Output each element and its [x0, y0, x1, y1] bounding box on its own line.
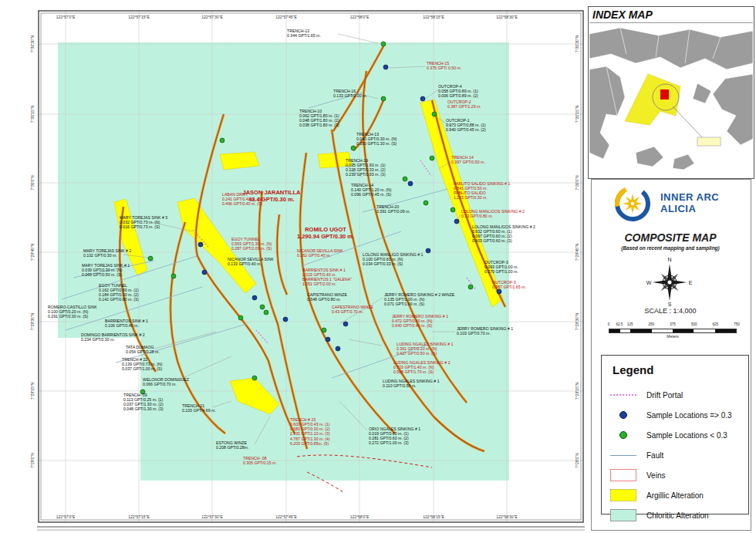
axis-label: 122°58'30"E [496, 514, 518, 519]
sample-dot-blue [383, 65, 388, 69]
legend-panel: Legend Drift PortalSample Locations => 0… [601, 355, 749, 514]
sample-dot-green [381, 96, 386, 101]
axis-label: 7°29'0"N [575, 453, 579, 468]
index-map-title: INDEX MAP [592, 8, 653, 21]
axis-label: 7°30'30"N [30, 35, 35, 52]
scale-segment [715, 329, 736, 332]
legend-item: Sample Locations < 0.3 [609, 425, 744, 445]
sample-dot-green [264, 310, 268, 315]
axis-label: 7°29'30"N [575, 312, 579, 330]
axis-label: 7°29'45"N [30, 243, 35, 261]
sample-dot-green [451, 207, 455, 212]
axis-label: 7°29'15"N [575, 382, 579, 400]
axis-labels-right: 7°30'30"N7°30'15"N7°30'0"N7°29'45"N7°29'… [575, 35, 579, 467]
sample-dot-blue [408, 181, 413, 186]
chloritic-alteration-area [58, 42, 509, 481]
scale-tick: 625 [713, 322, 719, 326]
map-label: ESTONG WINZE0.208 GPT/0.28m. [216, 440, 248, 450]
scale-tick: 500 [691, 322, 697, 326]
axis-label: 122°58'30"E [496, 15, 518, 19]
compass-w: W [646, 280, 652, 285]
compass-rose-icon: N E S W [645, 255, 694, 307]
legend-item: Veins [609, 465, 744, 485]
compass-e: E [689, 280, 693, 285]
axis-label: 122°58'0"E [350, 514, 370, 519]
scale-segment [609, 329, 620, 332]
map-sheet: TRENCH-120.344 GPT/1.65 m.TRENCH-150.375… [0, 0, 756, 533]
axis-label: 122°57'0"E [56, 514, 76, 519]
sample-dot-blue [252, 295, 257, 300]
sample-dot-blue [454, 219, 459, 224]
axis-label: 7°30'30"N [575, 35, 579, 52]
sheet-shadow [37, 527, 585, 530]
index-site-marker [660, 89, 669, 100]
company-name-line1: INNER ARC [660, 191, 719, 203]
veins-swatch [610, 469, 636, 481]
sample-dot-green [403, 177, 407, 181]
axis-labels-left: 7°30'30"N7°30'15"N7°30'0"N7°29'45"N7°29'… [30, 35, 35, 467]
scale-segment [630, 329, 651, 332]
axis-label: 7°30'0"N [575, 175, 579, 191]
sample-dot-green [252, 376, 257, 380]
axis-label: 122°57'30"E [201, 514, 223, 519]
green-dot-swatch [619, 431, 627, 439]
axis-label: 122°57'45"E [275, 15, 297, 19]
scale-segment [694, 329, 714, 332]
sample-dot-green [432, 112, 437, 116]
legend-item-label: Sample Locations < 0.3 [646, 431, 727, 440]
sample-dot-blue [336, 346, 340, 351]
scale-bar: Meters 062.5125250375500625750 [605, 322, 741, 342]
sample-dot-blue [426, 248, 430, 253]
axis-label: 122°57'45"E [275, 514, 297, 519]
sample-dot-green [148, 256, 153, 261]
sample-dot-green [220, 138, 224, 143]
index-map-panel: INDEX MAP [588, 6, 754, 179]
scale-bar-units: Meters [605, 334, 741, 339]
axis-label: 7°29'30"N [30, 312, 35, 330]
sample-dot-blue [420, 96, 425, 101]
scale-tick: 125 [627, 322, 633, 326]
axis-label: 122°58'15"E [423, 15, 444, 19]
inner-arc-logo-icon [613, 182, 656, 225]
sample-dot-green [260, 305, 265, 309]
legend-item: Drift Portal [609, 385, 744, 405]
drift-portal-swatch [610, 394, 636, 396]
company-name-line2: ALICIA [660, 203, 719, 214]
argillic-swatch [610, 489, 636, 501]
sample-dot-green [171, 274, 176, 278]
sample-dot-green [322, 328, 326, 332]
scale-segment [673, 329, 694, 332]
chloritic-swatch [610, 509, 636, 521]
scale-segment [620, 329, 631, 332]
sample-dot-green [468, 285, 473, 289]
sample-dot-blue [326, 337, 330, 342]
sample-dot-green [424, 201, 428, 205]
scale-tick: 62.5 [616, 322, 623, 326]
sample-dot-blue [497, 289, 501, 294]
sample-dot-green [381, 42, 386, 46]
scale-bar-segments [609, 329, 737, 333]
sample-dot-green [351, 146, 356, 150]
index-map-graphic [589, 22, 753, 177]
axis-label: 7°29'0"N [30, 453, 35, 468]
company-name: INNER ARC ALICIA [660, 191, 719, 214]
blue-dot-swatch [619, 411, 627, 419]
sample-dot-blue [198, 242, 203, 247]
legend-item-label: Argillic Alteration [646, 491, 704, 500]
axis-label: 7°30'15"N [30, 105, 35, 123]
map-label: TRENCH-120.344 GPT/1.65 m. [287, 29, 321, 38]
sample-dot-green [238, 315, 243, 320]
axis-label: 122°57'15"E [128, 514, 150, 519]
axis-label: 7°30'15"N [575, 105, 579, 123]
legend-items: Drift PortalSample Locations => 0.3Sampl… [609, 385, 744, 525]
legend-item: Sample Locations => 0.3 [609, 405, 744, 425]
sample-dot-blue [283, 317, 288, 322]
scale-segment [652, 329, 673, 332]
legend-item-label: Drift Portal [646, 391, 683, 400]
scale-tick: 250 [649, 322, 655, 326]
axis-labels-bottom: 122°57'0"E122°57'15"E122°57'30"E122°57'4… [56, 514, 518, 519]
legend-item: Fault [609, 445, 744, 465]
axis-label: 7°29'15"N [30, 382, 35, 400]
axis-labels-top: 122°57'0"E122°57'15"E122°57'30"E122°57'4… [56, 15, 518, 19]
legend-item: Argillic Alteration [609, 485, 744, 505]
